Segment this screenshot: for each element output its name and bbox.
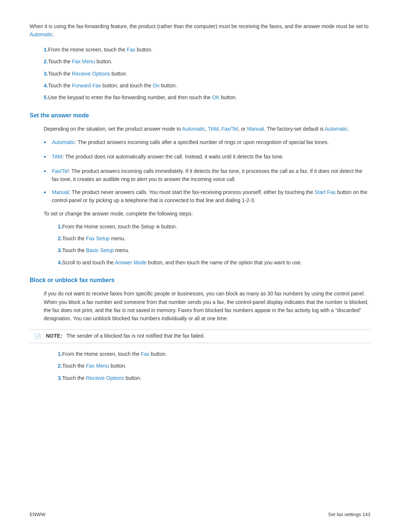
step-text: From the Home screen, touch the Fax butt… (62, 350, 167, 358)
faxtel-link-1[interactable]: Fax/Tel (221, 126, 238, 132)
list-item: 3. Touch the Basic Setup menu. (44, 246, 370, 254)
step-number: 2. (44, 362, 62, 370)
answer-mode-bullets: • Automatic: The product answers incomin… (44, 138, 370, 204)
list-item: 1. From the Home screen, touch the Fax b… (44, 350, 370, 358)
block-fax-body: If you do not want to receive faxes from… (44, 290, 370, 323)
list-item: 3. Touch the Receive Options button. (30, 70, 370, 78)
step-text: Touch the Fax Menu button. (48, 57, 113, 66)
manual-link-1[interactable]: Manual (247, 126, 264, 132)
step-text: Touch the Forward Fax button, and touch … (48, 81, 177, 90)
intro-end: . (53, 31, 54, 37)
receive-options-link-2[interactable]: Receive Options (86, 375, 124, 381)
note-text: The sender of a blocked fax is not notif… (65, 333, 205, 339)
footer-right: Set fax settings 143 (328, 512, 370, 517)
bullet-text: Automatic: The product answers incoming … (52, 138, 329, 146)
step-text: Touch the Receive Options button. (48, 70, 127, 78)
bullet-icon: • (44, 137, 52, 148)
step-number: 4. (44, 258, 62, 267)
step-number: 5. (30, 93, 48, 101)
intro-text: When it is using the fax-forwarding feat… (30, 23, 369, 29)
footer: ENWW Set fax settings 143 (30, 512, 370, 517)
step-number: 1. (44, 350, 62, 358)
step-text: Use the keypad to enter the fax-forwardi… (48, 93, 237, 101)
fax-setup-link[interactable]: Fax Setup (86, 235, 110, 241)
forward-fax-link[interactable]: Forward Fax (72, 83, 101, 88)
answer-mode-steps-list: 1. From the Home screen, touch the Setup… (44, 222, 370, 267)
list-item: 1. From the Home screen, touch the Fax b… (30, 46, 370, 54)
tam-link-1[interactable]: TAM (208, 126, 219, 132)
section-block-fax: Block or unblock fax numbers If you do n… (30, 277, 370, 382)
list-item: 3. Touch the Receive Options button. (44, 374, 370, 382)
step-number: 2. (30, 57, 48, 66)
list-item: 4. Touch the Forward Fax button, and tou… (30, 81, 370, 90)
step-text: Touch the Receive Options button. (62, 374, 141, 382)
step-number: 3. (30, 70, 48, 78)
step-number: 3. (44, 374, 62, 382)
answer-mode-link[interactable]: Answer Mode (115, 260, 147, 265)
fax-menu-link-2[interactable]: Fax Menu (86, 363, 109, 369)
faxtel-link-2[interactable]: Fax/Tel (52, 168, 69, 174)
automatic-link-intro[interactable]: Automatic (30, 31, 53, 37)
section-answer-mode: Set the answer mode Depending on the sit… (30, 112, 370, 267)
fax-link-1[interactable]: Fax (127, 47, 135, 53)
step-number: 2. (44, 234, 62, 242)
bullet-icon: • (44, 187, 52, 198)
list-item: 4. Scroll to and touch the Answer Mode b… (44, 258, 370, 267)
step-number: 1. (44, 222, 62, 231)
answer-mode-intro: Depending on the situation, set the prod… (44, 125, 370, 133)
step-number: 4. (30, 81, 48, 90)
bullet-icon: • (44, 152, 52, 163)
step-text: Scroll to and touch the Answer Mode butt… (62, 258, 302, 267)
fax-menu-link-1[interactable]: Fax Menu (72, 58, 95, 64)
receive-options-link-1[interactable]: Receive Options (72, 71, 110, 77)
list-item: • Fax/Tel: The product answers incoming … (44, 167, 370, 184)
block-fax-steps-list: 1. From the Home screen, touch the Fax b… (44, 350, 370, 382)
section-body-block-fax: If you do not want to receive faxes from… (30, 290, 370, 323)
list-item: • Manual: The product never answers call… (44, 188, 370, 205)
step-text: Touch the Basic Setup menu. (62, 246, 130, 254)
step-text: From the Home screen, touch the Setup ⚙ … (62, 222, 177, 231)
list-item: 2. Touch the Fax Menu button. (44, 362, 370, 370)
page: When it is using the fax-forwarding feat… (0, 0, 400, 532)
note-icon: 📄 (34, 333, 41, 340)
bullet-text: Fax/Tel: The product answers incoming ca… (52, 167, 370, 184)
fax-link-2[interactable]: Fax (141, 351, 149, 357)
automatic-link-2[interactable]: Automatic (325, 126, 348, 132)
list-item: 1. From the Home screen, touch the Setup… (44, 222, 370, 231)
manual-link-2[interactable]: Manual (52, 189, 69, 195)
footer-left: ENWW (30, 512, 46, 517)
section-heading-answer-mode: Set the answer mode (30, 112, 370, 120)
ok-link[interactable]: OK (212, 94, 220, 100)
list-item: 2. Touch the Fax Menu button. (30, 57, 370, 66)
list-item: • Automatic: The product answers incomin… (44, 138, 370, 148)
bullet-text: TAM: The product does not automatically … (52, 153, 284, 161)
note-box: 📄 NOTE: The sender of a blocked fax is n… (30, 329, 370, 343)
step-text: Touch the Fax Menu button. (62, 362, 127, 370)
bullet-icon: • (44, 166, 52, 177)
step-text: Touch the Fax Setup menu. (62, 234, 126, 242)
list-item: 2. Touch the Fax Setup menu. (44, 234, 370, 242)
automatic-link-1[interactable]: Automatic (182, 126, 205, 132)
intro-paragraph: When it is using the fax-forwarding feat… (30, 22, 370, 39)
basic-setup-link[interactable]: Basic Setup (86, 247, 114, 253)
section-body-answer-mode: Depending on the situation, set the prod… (30, 125, 370, 267)
steps-intro-text: To set or change the answer mode, comple… (44, 210, 370, 218)
note-label: NOTE: (46, 333, 62, 339)
bullet-text: Manual: The product never answers calls.… (52, 188, 370, 205)
gear-icon: ⚙ (156, 224, 160, 230)
step-text: From the Home screen, touch the Fax butt… (48, 46, 153, 54)
list-item: 5. Use the keypad to enter the fax-forwa… (30, 93, 370, 101)
block-fax-steps-body: 1. From the Home screen, touch the Fax b… (30, 350, 370, 382)
step-number: 3. (44, 246, 62, 254)
section-heading-block-fax: Block or unblock fax numbers (30, 277, 370, 285)
forwarding-steps-list: 1. From the Home screen, touch the Fax b… (30, 46, 370, 102)
step-number: 1. (30, 46, 48, 54)
start-fax-link[interactable]: Start Fax (314, 189, 336, 195)
tam-link-2[interactable]: TAM (52, 154, 63, 160)
automatic-link-3[interactable]: Automatic (52, 139, 75, 145)
list-item: • TAM: The product does not automaticall… (44, 153, 370, 163)
on-link[interactable]: On (153, 83, 160, 88)
